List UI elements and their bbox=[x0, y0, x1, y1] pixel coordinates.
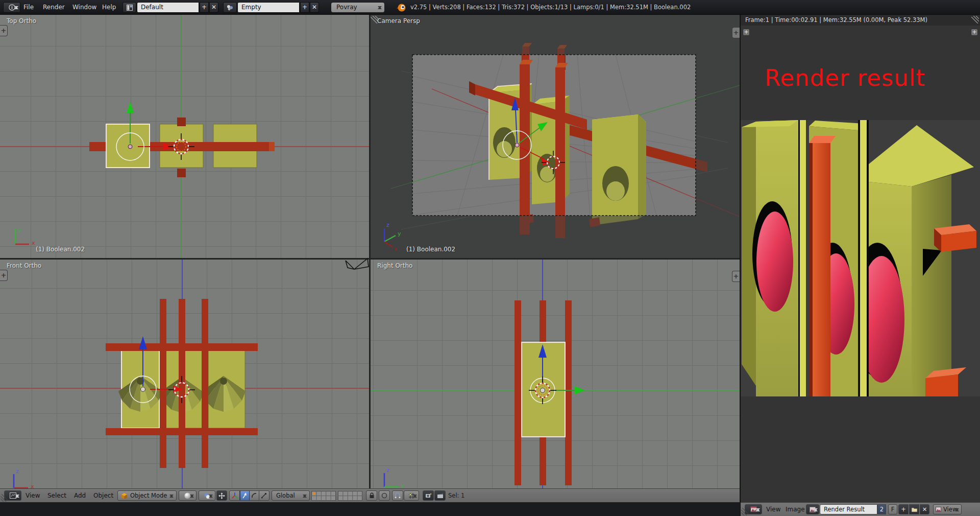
front-ortho-scene bbox=[0, 260, 369, 502]
layers-grid-2[interactable] bbox=[338, 491, 362, 501]
expand-properties-button[interactable]: + bbox=[732, 271, 740, 282]
menu-image[interactable]: Image bbox=[786, 503, 805, 516]
menu-object[interactable]: Object bbox=[93, 489, 113, 503]
selection-count: Sel: 1 bbox=[448, 489, 464, 503]
axis-z-label: z bbox=[386, 467, 389, 474]
proportional-circle-icon bbox=[381, 492, 387, 499]
top-ortho-scene bbox=[0, 15, 369, 258]
top-menu-bar: File Render Window Help Default + ✕ Empt… bbox=[0, 0, 980, 15]
close-scene-button[interactable]: ✕ bbox=[310, 2, 319, 13]
expand-region-button[interactable]: + bbox=[743, 29, 750, 36]
pivot-point-select[interactable] bbox=[199, 490, 215, 501]
viewport-camera-persp[interactable]: z y x Camera Persp (1) Boolean.002 + bbox=[371, 15, 740, 258]
open-image-button[interactable] bbox=[909, 504, 919, 514]
blender-logo-icon bbox=[396, 3, 406, 12]
unlink-image-button[interactable]: ✕ bbox=[920, 504, 929, 514]
viewport-front-ortho[interactable]: z x Front Ortho (1) Boolean.002 + bbox=[0, 260, 369, 502]
folder-icon bbox=[911, 507, 918, 512]
right-ortho-scene bbox=[371, 260, 740, 502]
translate-manipulator-segment[interactable] bbox=[240, 491, 250, 500]
render-engine-select[interactable]: Povray render bbox=[331, 2, 385, 13]
clapperboard-icon bbox=[437, 492, 444, 499]
stepper-arrows-icon bbox=[209, 493, 213, 499]
resize-corner-icon[interactable] bbox=[971, 16, 979, 24]
scale-icon bbox=[261, 492, 267, 499]
menu-file[interactable]: File bbox=[23, 0, 34, 15]
manipulator-toggle-button[interactable] bbox=[216, 490, 227, 501]
mode-value: Object Mode bbox=[130, 492, 167, 499]
manipulator-mode-group bbox=[229, 490, 270, 501]
expand-region-button[interactable]: + bbox=[971, 29, 978, 36]
stepper-arrows-icon bbox=[955, 507, 960, 513]
resize-corner-icon[interactable] bbox=[741, 508, 749, 515]
fake-user-button[interactable]: F bbox=[888, 504, 897, 514]
menu-help[interactable]: Help bbox=[102, 0, 116, 15]
menu-view[interactable]: View bbox=[766, 503, 780, 516]
image-editor-header: View Image Render Result 2 F + ✕ bbox=[741, 502, 980, 516]
render-opengl-button[interactable] bbox=[423, 490, 434, 501]
render-opengl-anim-button[interactable] bbox=[434, 490, 446, 501]
proportional-edit-button[interactable] bbox=[379, 490, 390, 501]
snap-toggle-button[interactable] bbox=[392, 490, 403, 501]
resize-corner-icon[interactable] bbox=[1, 494, 8, 502]
screen-layout-browse-button[interactable] bbox=[122, 2, 136, 13]
axis-y-label: y bbox=[398, 230, 401, 237]
orientation-value: Global bbox=[276, 492, 295, 499]
menu-window[interactable]: Window bbox=[72, 0, 96, 15]
axis-z-label: z bbox=[16, 468, 19, 475]
expand-properties-button[interactable]: + bbox=[732, 27, 740, 38]
active-object-name: (1) Boolean.002 bbox=[406, 246, 455, 253]
image-name-field[interactable]: Render Result bbox=[820, 504, 877, 514]
stepper-arrows-icon bbox=[15, 493, 20, 499]
stepper-arrows-icon bbox=[190, 493, 194, 499]
move-widget-icon bbox=[218, 492, 225, 499]
viewport-shading-select[interactable] bbox=[179, 490, 197, 501]
mode-select[interactable]: Object Mode bbox=[117, 490, 177, 501]
image-icon bbox=[936, 507, 941, 512]
info-editor-button[interactable] bbox=[3, 2, 20, 13]
rendered-image-content bbox=[741, 120, 980, 396]
viewport-label-right: Right Ortho bbox=[377, 262, 412, 269]
screen-layout-name-field[interactable]: Default bbox=[137, 2, 199, 13]
add-scene-button[interactable]: + bbox=[300, 2, 309, 13]
add-layout-button[interactable]: + bbox=[200, 2, 209, 13]
active-layer-dot-icon bbox=[312, 492, 315, 495]
image-view-mode-select[interactable]: View bbox=[933, 504, 962, 514]
stepper-arrows-icon bbox=[378, 5, 382, 11]
rotate-arc-icon bbox=[251, 492, 257, 499]
scene-browse-button[interactable] bbox=[223, 2, 237, 13]
scale-manipulator-segment[interactable] bbox=[259, 491, 269, 500]
rotate-manipulator-segment[interactable] bbox=[250, 491, 259, 500]
resize-corner-icon[interactable] bbox=[371, 16, 378, 24]
rendered-image[interactable] bbox=[741, 120, 980, 396]
translate-arrow-icon bbox=[241, 492, 248, 499]
viewport-right-ortho[interactable]: z y Right Ortho (1) Boolean.002 + bbox=[371, 260, 740, 502]
layers-grid-1[interactable] bbox=[311, 491, 336, 501]
viewport-top-ortho[interactable]: y x Top Ortho (1) Boolean.002 + bbox=[0, 15, 369, 258]
object-mode-icon bbox=[121, 492, 128, 499]
manipulator-axes-segment[interactable] bbox=[230, 491, 240, 500]
image-browse-button[interactable] bbox=[806, 504, 819, 514]
lock-to-scene-button[interactable] bbox=[366, 490, 377, 501]
expand-toolshelf-button[interactable]: + bbox=[0, 25, 8, 36]
menu-select[interactable]: Select bbox=[47, 489, 66, 503]
magnet-icon bbox=[395, 492, 401, 499]
scene-name-field[interactable]: Empty bbox=[237, 2, 300, 13]
menu-add[interactable]: Add bbox=[74, 489, 86, 503]
viewport-label-top: Top Ortho bbox=[7, 17, 36, 25]
menu-render[interactable]: Render bbox=[43, 0, 65, 15]
axis-z-label: z bbox=[386, 222, 389, 228]
viewport-label-front: Front Ortho bbox=[7, 262, 41, 269]
mouse-cursor-icon bbox=[343, 256, 372, 272]
snap-element-select[interactable] bbox=[404, 490, 419, 501]
expand-toolshelf-button[interactable]: + bbox=[0, 270, 8, 281]
close-layout-button[interactable]: ✕ bbox=[209, 2, 218, 13]
stepper-arrows-icon bbox=[303, 493, 307, 499]
transform-orientation-select[interactable]: Global bbox=[272, 490, 310, 501]
render-statistics-bar: Frame:1 | Time:00:02.91 | Mem:32.55M (0.… bbox=[741, 15, 980, 26]
blender-window: File Render Window Help Default + ✕ Empt… bbox=[0, 0, 980, 516]
image-users-count-badge[interactable]: 2 bbox=[877, 504, 886, 514]
axis-y-label: y bbox=[18, 227, 21, 233]
menu-view[interactable]: View bbox=[26, 489, 40, 503]
new-image-button[interactable]: + bbox=[898, 504, 909, 514]
